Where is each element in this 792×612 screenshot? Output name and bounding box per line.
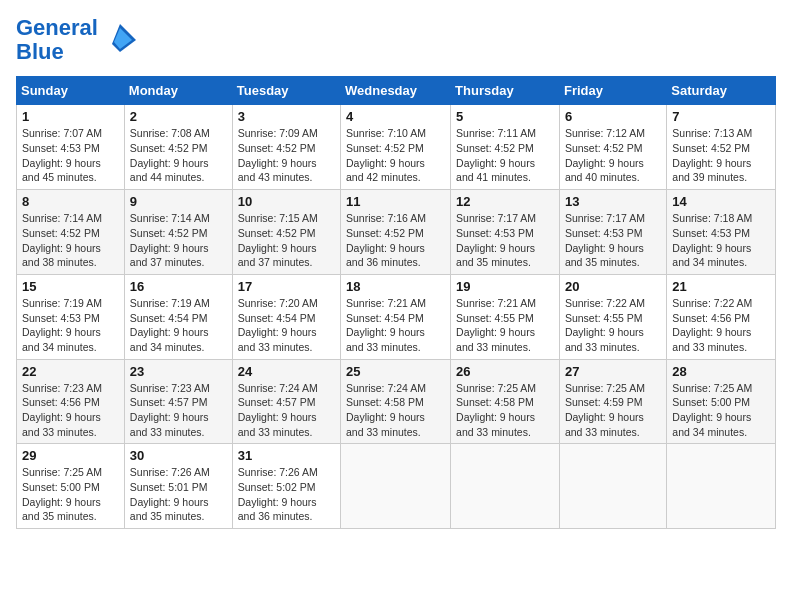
calendar-cell [341,444,451,529]
calendar-cell: 20 Sunrise: 7:22 AMSunset: 4:55 PMDaylig… [559,274,666,359]
calendar-cell: 22 Sunrise: 7:23 AMSunset: 4:56 PMDaylig… [17,359,125,444]
calendar-cell: 5 Sunrise: 7:11 AMSunset: 4:52 PMDayligh… [451,105,560,190]
day-info: Sunrise: 7:23 AMSunset: 4:56 PMDaylight:… [22,381,119,440]
day-info: Sunrise: 7:25 AMSunset: 5:00 PMDaylight:… [22,465,119,524]
day-number: 7 [672,109,770,124]
calendar-cell: 14 Sunrise: 7:18 AMSunset: 4:53 PMDaylig… [667,190,776,275]
page-header: GeneralBlue [16,16,776,64]
day-info: Sunrise: 7:20 AMSunset: 4:54 PMDaylight:… [238,296,335,355]
day-info: Sunrise: 7:26 AMSunset: 5:02 PMDaylight:… [238,465,335,524]
calendar-cell: 31 Sunrise: 7:26 AMSunset: 5:02 PMDaylig… [232,444,340,529]
day-number: 12 [456,194,554,209]
calendar-cell: 28 Sunrise: 7:25 AMSunset: 5:00 PMDaylig… [667,359,776,444]
calendar-week: 22 Sunrise: 7:23 AMSunset: 4:56 PMDaylig… [17,359,776,444]
day-number: 19 [456,279,554,294]
day-number: 16 [130,279,227,294]
day-info: Sunrise: 7:13 AMSunset: 4:52 PMDaylight:… [672,126,770,185]
logo: GeneralBlue [16,16,138,64]
day-info: Sunrise: 7:14 AMSunset: 4:52 PMDaylight:… [130,211,227,270]
calendar-week: 1 Sunrise: 7:07 AMSunset: 4:53 PMDayligh… [17,105,776,190]
day-number: 30 [130,448,227,463]
day-number: 3 [238,109,335,124]
day-info: Sunrise: 7:22 AMSunset: 4:56 PMDaylight:… [672,296,770,355]
day-info: Sunrise: 7:23 AMSunset: 4:57 PMDaylight:… [130,381,227,440]
day-number: 18 [346,279,445,294]
calendar-cell: 19 Sunrise: 7:21 AMSunset: 4:55 PMDaylig… [451,274,560,359]
calendar-cell: 30 Sunrise: 7:26 AMSunset: 5:01 PMDaylig… [124,444,232,529]
day-info: Sunrise: 7:25 AMSunset: 5:00 PMDaylight:… [672,381,770,440]
weekday-header: Wednesday [341,77,451,105]
day-number: 15 [22,279,119,294]
calendar-cell: 24 Sunrise: 7:24 AMSunset: 4:57 PMDaylig… [232,359,340,444]
calendar-cell: 23 Sunrise: 7:23 AMSunset: 4:57 PMDaylig… [124,359,232,444]
day-info: Sunrise: 7:26 AMSunset: 5:01 PMDaylight:… [130,465,227,524]
day-info: Sunrise: 7:07 AMSunset: 4:53 PMDaylight:… [22,126,119,185]
day-number: 25 [346,364,445,379]
calendar-cell: 26 Sunrise: 7:25 AMSunset: 4:58 PMDaylig… [451,359,560,444]
day-info: Sunrise: 7:25 AMSunset: 4:59 PMDaylight:… [565,381,661,440]
day-number: 5 [456,109,554,124]
calendar-cell: 10 Sunrise: 7:15 AMSunset: 4:52 PMDaylig… [232,190,340,275]
day-number: 10 [238,194,335,209]
calendar-cell: 18 Sunrise: 7:21 AMSunset: 4:54 PMDaylig… [341,274,451,359]
logo-icon [102,22,138,58]
weekday-header: Saturday [667,77,776,105]
calendar-cell [451,444,560,529]
calendar-cell: 12 Sunrise: 7:17 AMSunset: 4:53 PMDaylig… [451,190,560,275]
calendar-cell: 21 Sunrise: 7:22 AMSunset: 4:56 PMDaylig… [667,274,776,359]
day-info: Sunrise: 7:17 AMSunset: 4:53 PMDaylight:… [456,211,554,270]
day-number: 17 [238,279,335,294]
calendar-cell: 13 Sunrise: 7:17 AMSunset: 4:53 PMDaylig… [559,190,666,275]
calendar-header: SundayMondayTuesdayWednesdayThursdayFrid… [17,77,776,105]
day-number: 26 [456,364,554,379]
day-info: Sunrise: 7:19 AMSunset: 4:53 PMDaylight:… [22,296,119,355]
day-number: 28 [672,364,770,379]
calendar-cell: 9 Sunrise: 7:14 AMSunset: 4:52 PMDayligh… [124,190,232,275]
day-number: 2 [130,109,227,124]
day-number: 1 [22,109,119,124]
calendar-cell: 15 Sunrise: 7:19 AMSunset: 4:53 PMDaylig… [17,274,125,359]
calendar-cell [667,444,776,529]
day-number: 13 [565,194,661,209]
day-info: Sunrise: 7:21 AMSunset: 4:55 PMDaylight:… [456,296,554,355]
day-info: Sunrise: 7:24 AMSunset: 4:57 PMDaylight:… [238,381,335,440]
calendar-cell: 4 Sunrise: 7:10 AMSunset: 4:52 PMDayligh… [341,105,451,190]
day-info: Sunrise: 7:10 AMSunset: 4:52 PMDaylight:… [346,126,445,185]
calendar-cell: 7 Sunrise: 7:13 AMSunset: 4:52 PMDayligh… [667,105,776,190]
calendar-cell [559,444,666,529]
day-info: Sunrise: 7:22 AMSunset: 4:55 PMDaylight:… [565,296,661,355]
day-info: Sunrise: 7:15 AMSunset: 4:52 PMDaylight:… [238,211,335,270]
calendar-cell: 3 Sunrise: 7:09 AMSunset: 4:52 PMDayligh… [232,105,340,190]
calendar-cell: 8 Sunrise: 7:14 AMSunset: 4:52 PMDayligh… [17,190,125,275]
day-info: Sunrise: 7:11 AMSunset: 4:52 PMDaylight:… [456,126,554,185]
day-number: 6 [565,109,661,124]
day-number: 23 [130,364,227,379]
calendar-cell: 1 Sunrise: 7:07 AMSunset: 4:53 PMDayligh… [17,105,125,190]
weekday-header: Sunday [17,77,125,105]
day-number: 4 [346,109,445,124]
weekday-header: Thursday [451,77,560,105]
calendar-cell: 17 Sunrise: 7:20 AMSunset: 4:54 PMDaylig… [232,274,340,359]
calendar-cell: 25 Sunrise: 7:24 AMSunset: 4:58 PMDaylig… [341,359,451,444]
calendar-week: 29 Sunrise: 7:25 AMSunset: 5:00 PMDaylig… [17,444,776,529]
day-info: Sunrise: 7:24 AMSunset: 4:58 PMDaylight:… [346,381,445,440]
day-info: Sunrise: 7:19 AMSunset: 4:54 PMDaylight:… [130,296,227,355]
weekday-header: Friday [559,77,666,105]
calendar-cell: 16 Sunrise: 7:19 AMSunset: 4:54 PMDaylig… [124,274,232,359]
day-number: 22 [22,364,119,379]
calendar-cell: 6 Sunrise: 7:12 AMSunset: 4:52 PMDayligh… [559,105,666,190]
calendar-cell: 27 Sunrise: 7:25 AMSunset: 4:59 PMDaylig… [559,359,666,444]
day-number: 24 [238,364,335,379]
calendar-cell: 29 Sunrise: 7:25 AMSunset: 5:00 PMDaylig… [17,444,125,529]
day-number: 21 [672,279,770,294]
calendar-cell: 11 Sunrise: 7:16 AMSunset: 4:52 PMDaylig… [341,190,451,275]
day-info: Sunrise: 7:18 AMSunset: 4:53 PMDaylight:… [672,211,770,270]
calendar-week: 15 Sunrise: 7:19 AMSunset: 4:53 PMDaylig… [17,274,776,359]
day-number: 9 [130,194,227,209]
weekday-header: Monday [124,77,232,105]
day-number: 14 [672,194,770,209]
logo-text: GeneralBlue [16,16,98,64]
day-number: 20 [565,279,661,294]
day-number: 27 [565,364,661,379]
day-info: Sunrise: 7:14 AMSunset: 4:52 PMDaylight:… [22,211,119,270]
